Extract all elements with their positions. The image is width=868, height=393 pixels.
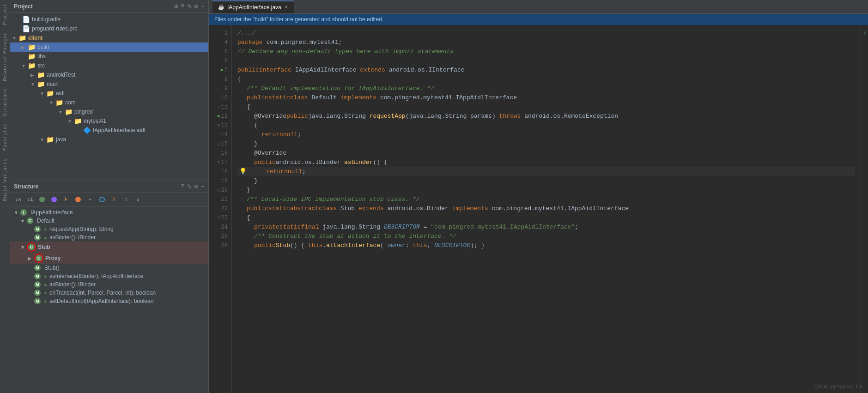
collapse-icon[interactable]: ▽ xyxy=(218,187,220,194)
sidebar: Project ⊕ ≡ ≒ ⚙ – 📄 build.gradle xyxy=(10,0,209,393)
tree-item-aidl[interactable]: ▼ 📁 aidl xyxy=(10,89,208,98)
folder-closed-icon: 📁 xyxy=(28,53,36,60)
structure-vertical-tab[interactable]: Structure xyxy=(1,85,9,120)
collapse-all-button[interactable]: ⇕ xyxy=(133,194,143,205)
code-line-21: /** Local-side IPC implementation stub c… xyxy=(237,195,855,204)
aidl-file-icon: 🔷 xyxy=(83,127,91,134)
collapse-icon[interactable]: ▽ xyxy=(218,159,220,166)
line-num-19: 19 xyxy=(209,176,231,186)
tree-item-java[interactable]: ▼ 📁 java xyxy=(10,135,208,144)
tree-item-libs[interactable]: 📁 libs xyxy=(10,52,208,61)
structure-tree[interactable]: ▼ I IAppAidlInterface ▼ C Default xyxy=(10,206,208,393)
method-icon: M xyxy=(34,265,41,271)
proxy-class-icon: C xyxy=(36,255,42,261)
tab-close-button[interactable]: ✕ xyxy=(284,4,288,10)
code-line-19: } xyxy=(237,176,855,186)
editor-tab-iappaidlinterface[interactable]: ☕ IAppAidlInterface.java ✕ xyxy=(212,0,294,13)
tree-label: mytest41 xyxy=(84,118,106,124)
code-line-17: public android.os.IBinder asBinder() { xyxy=(237,158,855,167)
line-num-4: 4 xyxy=(209,38,231,47)
code-line-10: public static class Default implements c… xyxy=(237,93,855,103)
structure-toolbar: ↓A ↓1 F ✂ λ ↕ ⇕ xyxy=(10,193,208,206)
tree-item-client[interactable]: ▼ 📁 client xyxy=(10,33,208,42)
project-icon-filter[interactable]: ≒ xyxy=(188,2,191,10)
project-icon-locate[interactable]: ⊕ xyxy=(174,2,178,10)
struct-item-default[interactable]: ▼ C Default xyxy=(10,217,208,225)
project-icon-settings[interactable]: ⚙ xyxy=(194,2,198,10)
method-icon: M xyxy=(34,273,41,279)
tree-item-aidl-file[interactable]: 🔷 IAppAidlInterface.aidl xyxy=(10,126,208,135)
tree-item-build[interactable]: ▶ 📁 build xyxy=(10,42,208,52)
gutter-override-icon: ● xyxy=(217,112,220,121)
gradle-file-icon: 📄 xyxy=(22,16,30,23)
folder-open-icon: 📁 xyxy=(46,136,54,143)
folder-open-icon: 📁 xyxy=(65,108,73,115)
struct-item-proxy[interactable]: ▶ C Proxy xyxy=(10,253,208,264)
struct-item-asbinder-stub[interactable]: M ▲ asBinder(): IBinder xyxy=(10,280,208,289)
struct-item-asbinder-default[interactable]: M ▲ asBinder(): IBinder xyxy=(10,233,208,242)
line-num-18: 18 xyxy=(209,167,231,176)
struct-item-setdefaultimpl[interactable]: M ▲ setDefaultImpl(IAppAidlInterface): b… xyxy=(10,297,208,305)
tree-item-pingred[interactable]: ▼ 📁 pingred xyxy=(10,107,208,116)
tree-item-androidtest[interactable]: ▶ 📁 androidTest xyxy=(10,70,208,79)
stub-class-icon: C xyxy=(28,244,35,250)
tree-item-build-gradle[interactable]: 📄 build.gradle xyxy=(10,15,208,24)
project-vertical-tab[interactable]: Project xyxy=(1,0,9,29)
filter-f-button[interactable]: F xyxy=(61,194,71,205)
filter-scissors-button[interactable]: ✂ xyxy=(85,194,95,205)
code-line-26: public Stub() { this.attachInterface( ow… xyxy=(237,241,855,250)
code-line-18: 💡 return null; xyxy=(237,167,855,176)
line-num-16: 16 xyxy=(209,149,231,158)
tree-item-proguard[interactable]: 📄 proguard-rules.pro xyxy=(10,24,208,33)
structure-icon-minimize[interactable]: – xyxy=(201,182,205,190)
filter-green-button[interactable] xyxy=(37,194,47,205)
favorites-vertical-tab[interactable]: Favorites xyxy=(1,120,9,154)
structure-panel: Structure ≡ ≒ ⚙ – ↓A ↓1 F xyxy=(10,180,208,393)
code-container[interactable]: 1 4 5 6 ● 7 8 9 10 ▽ 11 ● xyxy=(209,25,861,393)
code-line-1: /.../ xyxy=(237,29,855,38)
structure-icon-filter[interactable]: ≒ xyxy=(188,182,191,190)
line-num-24: 24 xyxy=(209,223,231,232)
structure-icon-sort[interactable]: ≡ xyxy=(181,182,184,190)
code-line-22: public static abstract class Stub extend… xyxy=(237,204,855,213)
sort-alpha-asc-button[interactable]: ↓A xyxy=(13,194,23,205)
build-variants-vertical-tab[interactable]: Build Variants xyxy=(1,155,9,205)
sort-num-button[interactable]: ↓1 xyxy=(25,194,35,205)
collapse-icon[interactable]: ▽ xyxy=(218,215,220,222)
filter-purple-button[interactable] xyxy=(49,194,59,205)
struct-label: Stub() xyxy=(44,265,60,271)
tree-item-com[interactable]: ▼ 📁 com xyxy=(10,98,208,107)
tree-label: proguard-rules.pro xyxy=(32,25,78,32)
collapse-icon[interactable]: ▽ xyxy=(218,141,220,148)
struct-item-requestapp[interactable]: M ▲ requestApp(String): String xyxy=(10,225,208,233)
line-num-9: 9 xyxy=(209,84,231,93)
resource-manager-vertical-tab[interactable]: Resource Manager xyxy=(1,29,9,85)
code-editor[interactable]: /.../ package com.pingred.mytest41; // D… xyxy=(232,25,861,393)
struct-label: asInterface(IBinder): IAppAidlInterface xyxy=(49,273,143,279)
project-panel: Project ⊕ ≡ ≒ ⚙ – 📄 build.gradle xyxy=(10,0,208,180)
filter-orange-button[interactable] xyxy=(73,194,83,205)
struct-item-stub-constructor[interactable]: M Stub() xyxy=(10,264,208,272)
left-tab-bar: Project Resource Manager Structure Favor… xyxy=(0,0,10,393)
line-num-15: ▽ 15 xyxy=(209,139,231,149)
struct-item-stub[interactable]: ▼ C Stub xyxy=(10,242,208,253)
collapse-icon[interactable]: ▽ xyxy=(218,104,220,111)
structure-icon-settings[interactable]: ⚙ xyxy=(194,182,198,190)
struct-item-iappaidlinterface[interactable]: ▼ I IAppAidlInterface xyxy=(10,208,208,217)
tree-item-mytest41[interactable]: ▼ 📁 mytest41 xyxy=(10,116,208,126)
collapse-icon[interactable]: ▽ xyxy=(218,122,220,129)
struct-item-asinterface[interactable]: M ▲ asInterface(IBinder): IAppAidlInterf… xyxy=(10,272,208,280)
project-icon-sort[interactable]: ≡ xyxy=(181,2,184,10)
filter-lambda-button[interactable]: λ xyxy=(109,194,119,205)
expand-all-button[interactable]: ↕ xyxy=(121,194,131,205)
tree-label: build xyxy=(37,44,49,50)
tree-item-main[interactable]: ▼ 📁 main xyxy=(10,79,208,89)
filter-circle-button[interactable] xyxy=(97,194,107,205)
struct-item-ontransact[interactable]: M ▲ onTransact(int, Parcel, Parcel, int)… xyxy=(10,289,208,297)
project-tree[interactable]: 📄 build.gradle 📄 proguard-rules.pro ▼ 📁 … xyxy=(10,13,208,180)
tree-item-src[interactable]: ▼ 📁 src xyxy=(10,61,208,70)
tree-label: main xyxy=(47,81,59,87)
tab-label: IAppAidlInterface.java xyxy=(227,4,281,11)
project-icon-minimize[interactable]: – xyxy=(201,2,205,10)
line-num-8: 8 xyxy=(209,75,231,84)
